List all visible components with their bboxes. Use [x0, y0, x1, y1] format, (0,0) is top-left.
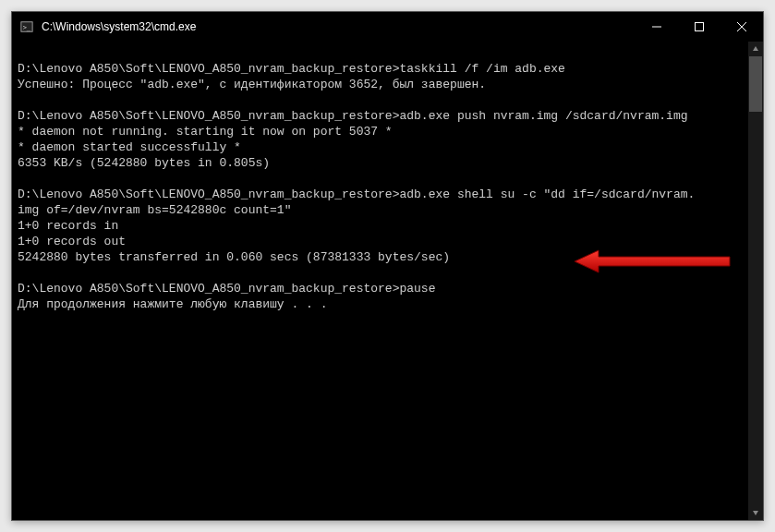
- titlebar[interactable]: >_ C:\Windows\system32\cmd.exe: [12, 12, 763, 42]
- console-line: img of=/dev/nvram bs=5242880c count=1": [18, 202, 757, 218]
- console-line: D:\Lenovo A850\Soft\LENOVO_A850_nvram_ba…: [18, 281, 757, 296]
- console-line: D:\Lenovo A850\Soft\LENOVO_A850_nvram_ba…: [18, 61, 757, 77]
- svg-marker-7: [753, 511, 758, 515]
- console-output[interactable]: D:\Lenovo A850\Soft\LENOVO_A850_nvram_ba…: [12, 42, 763, 316]
- scroll-thumb[interactable]: [749, 56, 762, 112]
- close-button[interactable]: [721, 12, 763, 42]
- svg-marker-6: [753, 46, 758, 51]
- maximize-button[interactable]: [678, 12, 721, 42]
- console-line: * daemon started successfully *: [18, 139, 757, 155]
- console-line: Для продолжения нажмите любую клавишу . …: [18, 296, 757, 312]
- console-line: [18, 171, 757, 187]
- minimize-button[interactable]: [636, 12, 678, 42]
- svg-rect-3: [696, 23, 704, 31]
- console-line: 6353 KB/s (5242880 bytes in 0.805s): [18, 155, 757, 171]
- console-line: [18, 92, 757, 108]
- console-area: D:\Lenovo A850\Soft\LENOVO_A850_nvram_ba…: [12, 42, 763, 520]
- console-line: [18, 45, 757, 61]
- console-line: 1+0 records in: [18, 218, 757, 234]
- console-line: D:\Lenovo A850\Soft\LENOVO_A850_nvram_ba…: [18, 187, 757, 202]
- scrollbar-vertical[interactable]: [748, 42, 763, 520]
- console-line: [18, 265, 757, 281]
- scroll-down-button[interactable]: [748, 505, 763, 520]
- console-line: D:\Lenovo A850\Soft\LENOVO_A850_nvram_ba…: [18, 108, 757, 124]
- svg-text:>_: >_: [23, 24, 31, 31]
- console-line: 1+0 records out: [18, 234, 757, 249]
- cmd-icon: >_: [19, 19, 34, 34]
- console-line: Успешно: Процесс "adb.exe", с идентифика…: [18, 77, 757, 92]
- cmd-window: >_ C:\Windows\system32\cmd.exe D:\Lenovo…: [11, 11, 764, 521]
- console-line: 5242880 bytes transferred in 0.060 secs …: [18, 249, 757, 265]
- window-title: C:\Windows\system32\cmd.exe: [42, 20, 196, 33]
- console-line: * daemon not running. starting it now on…: [18, 124, 757, 139]
- scroll-up-button[interactable]: [748, 42, 763, 56]
